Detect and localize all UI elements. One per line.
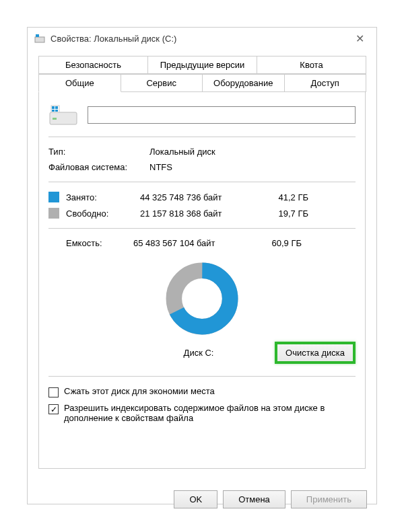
disk-name-input[interactable] xyxy=(88,106,356,124)
type-value: Локальный диск xyxy=(149,147,356,157)
titlebar: Свойства: Локальный диск (C:) ✕ xyxy=(28,28,376,49)
filesystem-label: Файловая система: xyxy=(48,162,149,172)
free-bytes: 21 157 818 368 байт xyxy=(140,208,261,219)
free-gb: 19,7 ГБ xyxy=(261,208,308,219)
svg-rect-3 xyxy=(53,118,57,120)
drive-icon xyxy=(34,33,45,44)
tab-panel-general: Тип: Локальный диск Файловая система: NT… xyxy=(38,92,366,469)
svg-rect-8 xyxy=(55,110,58,112)
drive-large-icon xyxy=(48,103,78,127)
close-icon[interactable]: ✕ xyxy=(350,30,370,48)
ok-button[interactable]: OK xyxy=(174,490,217,508)
dialog-buttons: OK Отмена Применить xyxy=(28,484,376,515)
used-gb: 41,2 ГБ xyxy=(261,192,308,202)
disk-cleanup-button[interactable]: Очистка диска xyxy=(275,342,356,364)
tab-hardware[interactable]: Оборудование xyxy=(202,74,285,92)
tab-tools[interactable]: Сервис xyxy=(121,74,203,92)
usage-donut-chart xyxy=(165,262,239,336)
capacity-bytes: 65 483 567 104 байт xyxy=(133,238,255,248)
tab-previous-versions[interactable]: Предыдущие версии xyxy=(147,56,257,74)
used-color-swatch xyxy=(48,192,59,202)
tabs: Безопасность Предыдущие версии Квота Общ… xyxy=(38,56,366,469)
cancel-button[interactable]: Отмена xyxy=(223,490,285,508)
apply-button[interactable]: Применить xyxy=(291,490,367,508)
svg-rect-0 xyxy=(35,37,44,42)
disk-label: Диск C: xyxy=(123,348,275,358)
svg-rect-7 xyxy=(52,110,55,112)
used-label: Занято: xyxy=(66,192,140,202)
window-title: Свойства: Локальный диск (C:) xyxy=(50,34,176,44)
filesystem-value: NTFS xyxy=(149,162,356,172)
type-label: Тип: xyxy=(48,147,149,157)
svg-rect-6 xyxy=(55,106,58,109)
properties-dialog: Свойства: Локальный диск (C:) ✕ Безопасн… xyxy=(27,27,377,504)
svg-rect-5 xyxy=(52,106,55,109)
svg-rect-1 xyxy=(36,34,39,37)
capacity-label: Емкость: xyxy=(48,238,133,248)
tab-security[interactable]: Безопасность xyxy=(38,56,148,74)
free-label: Свободно: xyxy=(66,208,140,219)
tab-sharing[interactable]: Доступ xyxy=(284,74,367,92)
compress-checkbox[interactable] xyxy=(48,387,59,397)
used-bytes: 44 325 748 736 байт xyxy=(140,192,261,202)
tab-quota[interactable]: Квота xyxy=(257,56,366,74)
free-color-swatch xyxy=(48,208,59,219)
index-checkbox-label: Разрешить индексировать содержимое файло… xyxy=(64,403,356,423)
compress-checkbox-label: Сжать этот диск для экономии места xyxy=(64,386,215,396)
capacity-gb: 60,9 ГБ xyxy=(255,238,302,248)
index-checkbox[interactable] xyxy=(48,404,59,414)
tab-general[interactable]: Общие xyxy=(38,74,121,92)
